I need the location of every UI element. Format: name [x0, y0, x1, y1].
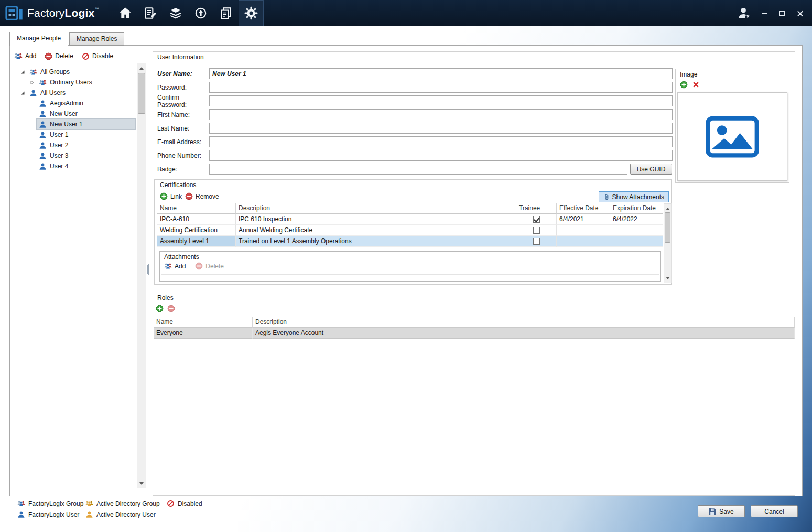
column-header-name[interactable]: Name — [157, 203, 236, 214]
settings-gear-icon[interactable] — [239, 0, 264, 26]
main-navigation — [113, 0, 264, 26]
group-add-icon — [14, 52, 23, 60]
badge-input[interactable] — [209, 164, 627, 175]
add-image-icon[interactable] — [680, 81, 688, 89]
logistics-nav-icon[interactable] — [188, 0, 213, 26]
remove-role-icon[interactable] — [167, 305, 175, 312]
factorylogix-window: { "titlebar": { "app_name_light": "Facto… — [0, 0, 812, 532]
user-information-groupbox: User Information User Name: Password: Co… — [153, 51, 795, 289]
show-attachments-button[interactable]: Show Attachments — [599, 191, 669, 202]
scroll-down-icon[interactable] — [664, 274, 671, 282]
group-icon — [28, 68, 38, 76]
cert-row-name[interactable]: Welding Certification — [157, 225, 236, 236]
use-guid-button[interactable]: Use GUID — [630, 164, 672, 175]
certifications-scrollbar[interactable] — [664, 203, 672, 283]
certifications-table: Name Description Trainee Effective Date … — [157, 203, 663, 247]
tree-item-user-2[interactable]: User 2 — [14, 140, 137, 150]
tree-item-new-user-1[interactable]: New User 1 — [14, 119, 137, 129]
column-header-description[interactable]: Description — [253, 317, 795, 328]
first-name-input[interactable] — [209, 109, 673, 120]
cert-row-description[interactable]: Trained on Level 1 Assembly Operations — [236, 236, 516, 247]
add-attachment-button[interactable]: Add — [164, 262, 186, 270]
tab-manage-roles[interactable]: Manage Roles — [69, 32, 124, 46]
cancel-button[interactable]: Cancel — [751, 505, 798, 517]
user-image-area[interactable] — [677, 92, 787, 181]
scroll-up-icon[interactable] — [137, 64, 146, 72]
disable-user-button[interactable]: Disable — [82, 52, 113, 60]
home-nav-icon[interactable] — [113, 0, 138, 26]
confirm-password-input[interactable] — [209, 95, 673, 106]
scroll-up-icon[interactable] — [664, 204, 671, 213]
role-row-description[interactable]: Aegis Everyone Account — [253, 328, 795, 339]
cert-row-description[interactable]: IPC 610 Inspection — [236, 214, 516, 225]
field-last-name: Last Name: — [157, 123, 673, 134]
plus-circle-icon — [160, 192, 168, 200]
add-user-button[interactable]: Add — [14, 52, 36, 60]
group-yellow-icon — [85, 500, 93, 507]
user-name-input[interactable] — [209, 68, 673, 79]
expander-open-icon[interactable] — [20, 67, 27, 77]
group-add-icon — [164, 262, 172, 270]
email-input[interactable] — [209, 136, 673, 147]
tree-item-user-3[interactable]: User 3 — [14, 150, 137, 161]
delete-user-button[interactable]: Delete — [45, 52, 73, 60]
production-nav-icon[interactable] — [138, 0, 163, 26]
manage-people-page: Add Delete Disable All Groups Ordinary U… — [9, 45, 803, 496]
cert-row-trainee-cell[interactable] — [516, 214, 557, 225]
cert-row-description[interactable]: Annual Welding Certificate — [236, 225, 516, 236]
cert-row-effective-date[interactable] — [557, 225, 610, 236]
cert-row-expiration-date[interactable] — [610, 236, 663, 247]
trainee-checkbox[interactable] — [533, 227, 540, 234]
cert-row-name-selected[interactable]: Assembly Level 1 — [157, 236, 236, 247]
tree-item-aegisadmin[interactable]: AegisAdmin — [14, 98, 137, 108]
tree-item-user-4[interactable]: User 4 — [14, 161, 137, 171]
add-role-icon[interactable] — [156, 305, 164, 312]
tree-scrollbar[interactable] — [137, 63, 146, 488]
maximize-icon[interactable] — [777, 8, 787, 18]
remove-certification-button[interactable]: Remove — [185, 192, 219, 200]
link-certification-button[interactable]: Link — [160, 192, 182, 200]
trainee-checkbox[interactable] — [533, 216, 540, 223]
user-logout-icon[interactable] — [738, 7, 751, 19]
image-panel-title: Image — [680, 71, 697, 78]
cert-row-effective-date[interactable] — [557, 236, 610, 247]
documents-nav-icon[interactable] — [213, 0, 239, 26]
column-header-effective-date[interactable]: Effective Date — [557, 203, 610, 214]
tree-scrollbar-thumb[interactable] — [138, 73, 145, 114]
materials-nav-icon[interactable] — [163, 0, 188, 26]
splitter-collapse-icon[interactable] — [147, 266, 149, 273]
tree-item-all-groups[interactable]: All Groups — [14, 67, 137, 77]
certifications-groupbox: Certifications Link Remove Show Attachme… — [154, 179, 672, 285]
attachments-list[interactable] — [161, 274, 659, 281]
tree-item-user-1[interactable]: User 1 — [14, 129, 137, 140]
tree-item-new-user[interactable]: New User — [14, 108, 137, 119]
tree-item-ordinary-users[interactable]: Ordinary Users — [14, 77, 137, 88]
close-icon[interactable] — [795, 8, 805, 18]
cert-row-name[interactable]: IPC-A-610 — [157, 214, 236, 225]
column-header-expiration-date[interactable]: Expiration Date — [610, 203, 663, 214]
password-input[interactable] — [209, 82, 673, 93]
column-header-trainee[interactable]: Trainee — [516, 203, 557, 214]
column-header-name[interactable]: Name — [154, 317, 253, 328]
last-name-input[interactable] — [209, 123, 673, 134]
trainee-checkbox[interactable] — [533, 238, 540, 245]
expander-closed-icon[interactable] — [30, 77, 37, 88]
cert-row-effective-date[interactable]: 6/4/2021 — [557, 214, 610, 225]
tab-manage-people[interactable]: Manage People — [9, 32, 68, 46]
users-tree-panel: All Groups Ordinary Users All Users Aegi… — [14, 63, 146, 488]
phone-input[interactable] — [209, 150, 673, 161]
cert-row-trainee-cell[interactable] — [516, 225, 557, 236]
delete-image-icon[interactable] — [692, 81, 699, 88]
role-row-name[interactable]: Everyone — [154, 328, 253, 339]
cert-scrollbar-thumb[interactable] — [665, 212, 670, 243]
save-button[interactable]: Save — [698, 505, 745, 517]
minimize-icon[interactable] — [760, 8, 769, 18]
cert-row-expiration-date[interactable]: 6/4/2022 — [610, 214, 663, 225]
column-header-description[interactable]: Description — [236, 203, 516, 214]
tree-item-all-users[interactable]: All Users — [14, 88, 137, 98]
cert-row-trainee-cell[interactable] — [516, 236, 557, 247]
scroll-down-icon[interactable] — [137, 479, 146, 487]
cert-row-expiration-date[interactable] — [610, 225, 663, 236]
no-sign-icon — [167, 500, 175, 507]
expander-open-icon[interactable] — [20, 88, 27, 98]
